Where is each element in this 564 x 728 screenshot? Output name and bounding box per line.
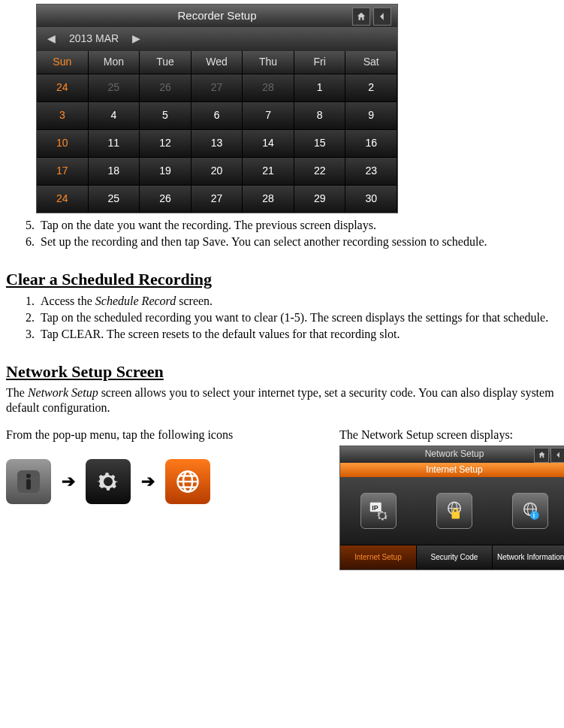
tab-network-info[interactable]: Network Information bbox=[493, 545, 564, 570]
next-month-icon[interactable]: ▶ bbox=[132, 32, 140, 46]
info-icon[interactable] bbox=[6, 459, 51, 504]
calendar-day[interactable]: 25 bbox=[89, 185, 140, 213]
back-icon[interactable] bbox=[373, 8, 391, 26]
calendar-day[interactable]: 24 bbox=[37, 185, 89, 213]
calendar-day[interactable]: 7 bbox=[243, 101, 294, 129]
dow-row: SunMonTueWedThuFriSat bbox=[37, 51, 397, 74]
home-icon[interactable] bbox=[352, 8, 370, 26]
calendar-day[interactable]: 3 bbox=[37, 101, 89, 129]
calendar-day[interactable]: 27 bbox=[192, 185, 243, 213]
svg-point-1 bbox=[26, 473, 31, 478]
right-col-text: The Network Setup screen displays: bbox=[339, 427, 564, 443]
tab-security-code[interactable]: Security Code bbox=[417, 545, 493, 570]
calendar-day[interactable]: 8 bbox=[294, 101, 346, 129]
network-info-icon[interactable]: i bbox=[512, 493, 548, 529]
heading-clear: Clear a Scheduled Recording bbox=[6, 269, 558, 290]
calendar-day[interactable]: 21 bbox=[243, 157, 294, 185]
ip-settings-icon[interactable]: IP bbox=[360, 493, 397, 529]
network-setup-panel: Network Setup Internet Setup IP i bbox=[339, 446, 564, 571]
calendar-day[interactable]: 9 bbox=[345, 101, 397, 129]
weeks-grid: 2425262728123456789101112131415161718192… bbox=[37, 74, 397, 213]
calendar-day[interactable]: 30 bbox=[345, 185, 397, 213]
dow-label: Mon bbox=[89, 51, 140, 74]
step-item: Tap on the date you want the recording. … bbox=[38, 218, 558, 233]
network-footer: Internet Setup Security Code Network Inf… bbox=[340, 545, 564, 570]
calendar-day[interactable]: 6 bbox=[192, 101, 243, 129]
dow-label: Wed bbox=[192, 51, 243, 74]
calendar-day[interactable]: 15 bbox=[294, 129, 346, 157]
calendar-day[interactable]: 27 bbox=[192, 74, 243, 101]
month-bar: ◀ 2013 MAR ▶ bbox=[37, 27, 397, 51]
icon-sequence: ➔ ➔ bbox=[6, 459, 321, 504]
calendar-day[interactable]: 26 bbox=[140, 185, 192, 213]
globe-icon[interactable] bbox=[165, 459, 210, 504]
calendar-day[interactable]: 28 bbox=[243, 185, 294, 213]
step-item: Set up the recording and then tap Save. … bbox=[38, 234, 558, 249]
calendar-day[interactable]: 11 bbox=[89, 129, 140, 157]
gear-icon[interactable] bbox=[86, 459, 131, 504]
calendar-day[interactable]: 22 bbox=[294, 157, 346, 185]
step-item: Tap on the scheduled recording you want … bbox=[38, 310, 558, 325]
svg-rect-14 bbox=[454, 509, 458, 512]
svg-rect-2 bbox=[26, 479, 31, 490]
network-body: IP i bbox=[340, 477, 564, 545]
calendar-day[interactable]: 1 bbox=[294, 74, 346, 101]
calendar-day[interactable]: 16 bbox=[345, 129, 397, 157]
calendar-day[interactable]: 28 bbox=[243, 74, 294, 101]
heading-network: Network Setup Screen bbox=[6, 361, 558, 382]
calendar-day[interactable]: 18 bbox=[89, 157, 140, 185]
network-titlebar: Network Setup bbox=[340, 446, 564, 463]
calendar-day[interactable]: 23 bbox=[345, 157, 397, 185]
calendar-day[interactable]: 19 bbox=[140, 157, 192, 185]
calendar-day[interactable]: 14 bbox=[243, 129, 294, 157]
recorder-calendar: Recorder Setup ◀ 2013 MAR ▶ SunMonTueWed… bbox=[36, 4, 398, 213]
dow-label: Fri bbox=[294, 51, 346, 74]
left-col-text: From the pop-up menu, tap the following … bbox=[6, 427, 321, 443]
home-icon[interactable] bbox=[534, 448, 549, 463]
calendar-day[interactable]: 26 bbox=[140, 74, 192, 101]
security-lock-icon[interactable] bbox=[436, 493, 472, 529]
arrow-icon: ➔ bbox=[141, 471, 155, 492]
calendar-day[interactable]: 24 bbox=[37, 74, 89, 101]
month-label: 2013 MAR bbox=[69, 32, 119, 46]
steps-list-b: Access the Schedule Record screen.Tap on… bbox=[6, 294, 558, 342]
calendar-day[interactable]: 29 bbox=[294, 185, 346, 213]
back-icon[interactable] bbox=[550, 448, 564, 463]
step-item: Access the Schedule Record screen. bbox=[38, 294, 558, 309]
network-title: Network Setup bbox=[425, 449, 484, 460]
calendar-title: Recorder Setup bbox=[177, 9, 256, 23]
dow-label: Sat bbox=[345, 51, 397, 74]
step-item: Tap CLEAR. The screen resets to the defa… bbox=[38, 327, 558, 342]
calendar-day[interactable]: 2 bbox=[345, 74, 397, 101]
svg-text:IP: IP bbox=[372, 503, 378, 511]
calendar-day[interactable]: 17 bbox=[37, 157, 89, 185]
arrow-icon: ➔ bbox=[62, 471, 75, 492]
network-intro: The Network Setup screen allows you to s… bbox=[6, 385, 558, 415]
tab-internet-setup[interactable]: Internet Setup bbox=[340, 545, 417, 570]
calendar-day[interactable]: 13 bbox=[192, 129, 243, 157]
calendar-day[interactable]: 4 bbox=[89, 101, 140, 129]
steps-list-a: Tap on the date you want the recording. … bbox=[6, 218, 558, 249]
dow-label: Thu bbox=[243, 51, 294, 74]
dow-label: Sun bbox=[37, 51, 89, 74]
dow-label: Tue bbox=[140, 51, 192, 74]
calendar-titlebar: Recorder Setup bbox=[37, 5, 397, 27]
calendar-day[interactable]: 20 bbox=[192, 157, 243, 185]
network-subtitle: Internet Setup bbox=[340, 463, 564, 477]
svg-text:i: i bbox=[533, 512, 535, 519]
calendar-day[interactable]: 5 bbox=[140, 101, 192, 129]
calendar-day[interactable]: 12 bbox=[140, 129, 192, 157]
prev-month-icon[interactable]: ◀ bbox=[47, 32, 56, 46]
calendar-day[interactable]: 10 bbox=[37, 129, 89, 157]
calendar-day[interactable]: 25 bbox=[89, 74, 140, 101]
